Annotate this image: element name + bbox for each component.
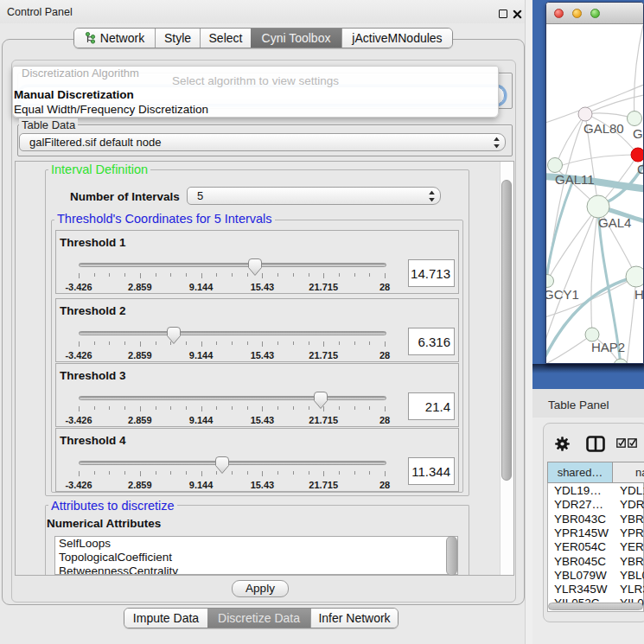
svg-text:GAL11: GAL11 [555, 172, 595, 187]
svg-text:GAL80: GAL80 [583, 121, 624, 136]
svg-text:GA: GA [633, 126, 644, 141]
svg-text:H: H [634, 287, 644, 302]
svg-text:C: C [637, 162, 644, 176]
svg-text:GCY1: GCY1 [546, 287, 579, 302]
svg-text:GAL4: GAL4 [598, 215, 631, 230]
svg-text:HAP2: HAP2 [591, 340, 625, 354]
